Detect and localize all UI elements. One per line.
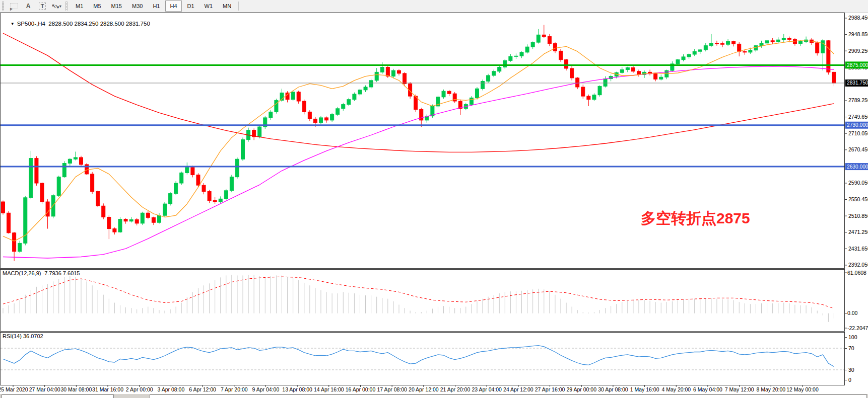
price-tick-label: 2789.250: [848, 97, 868, 103]
price-tick-label: 2590.050: [848, 180, 868, 186]
timeframe-button-M5[interactable]: M5: [89, 1, 105, 12]
price-tick-label: 2392.050: [848, 262, 868, 268]
chart-area[interactable]: 2988.4502948.8502909.2502868.4502789.250…: [0, 13, 868, 398]
date-tick-label: 30 Mar 08:00: [60, 386, 92, 392]
date-tick-label: 27 Mar 04:00: [29, 386, 60, 392]
price-tick-label: 2988.450: [848, 15, 868, 21]
macd-indicator-label: MACD(12,26,9) -7.7936 7.6015: [3, 270, 80, 276]
timeframe-button-M15[interactable]: M15: [107, 1, 126, 12]
chart-svg[interactable]: 2988.4502948.8502909.2502868.4502789.250…: [0, 13, 868, 398]
text-box-icon: T: [39, 3, 46, 10]
price-tick-label: 2710.050: [848, 130, 868, 136]
timeframe-button-M30[interactable]: M30: [127, 1, 147, 12]
resistance-line-2875-badge-label: 2875.000: [847, 62, 868, 68]
price-tick-label: 2909.250: [848, 48, 868, 54]
date-tick-label: 17 Apr 08:00: [377, 386, 407, 392]
rsi-tick-label: 100: [848, 334, 857, 340]
rsi-tick-label: 0: [848, 377, 851, 383]
timeframe-button-D1[interactable]: D1: [183, 1, 199, 12]
price-tick-label: 2749.650: [848, 114, 868, 120]
date-tick-label: 31 Mar 16:00: [92, 386, 123, 392]
timeframe-button-H4[interactable]: H4: [165, 1, 181, 12]
chart-annotation-text[interactable]: 多空转折点2875: [641, 210, 750, 226]
rsi-panel[interactable]: [1, 333, 845, 385]
price-tick-label: 2550.450: [848, 196, 868, 202]
support-line-2730-badge-label: 2730.000: [847, 122, 868, 128]
date-tick-label: 7 Apr 20:00: [221, 386, 248, 392]
macd-tick-label: 0.00: [847, 310, 858, 316]
top-toolbar: F A T ↖↘ ▾ M1M5M15M30H1H4D1W1MN: [0, 0, 868, 13]
date-tick-label: 6 Apr 12:00: [189, 386, 216, 392]
diagonal-arrows-icon: ↖↘: [51, 3, 57, 10]
status-strip: [0, 394, 868, 398]
timeframe-bar: M1M5M15M30H1H4D1W1MN: [71, 1, 236, 12]
date-tick-label: 2 Apr 00:00: [126, 386, 153, 392]
timeframe-button-M1[interactable]: M1: [71, 1, 88, 12]
date-tick-label: 8 May 20:00: [756, 386, 785, 392]
price-tick-label: 2670.450: [848, 146, 868, 152]
timeframe-button-MN[interactable]: MN: [218, 1, 236, 12]
dotted-grid-icon: F: [11, 3, 18, 9]
date-tick-label: 20 Apr 12:00: [409, 386, 439, 392]
chart-grid-button[interactable]: F: [8, 1, 20, 11]
grid-f-label: F: [10, 7, 13, 12]
toolbar-grip-icon[interactable]: [65, 2, 69, 11]
chevron-down-icon: ▾: [59, 4, 61, 9]
price-tick-label: 2471.250: [848, 229, 868, 235]
date-tick-label: 3 Apr 08:00: [158, 386, 185, 392]
rsi-indicator-label: RSI(14) 36.0702: [3, 333, 43, 339]
date-tick-label: 21 Apr 20:00: [440, 386, 471, 392]
text-label-tool-button[interactable]: T: [36, 1, 48, 11]
symbol-ohlc-label[interactable]: ▼SP500-,H4 2828.500 2834.250 2828.500 28…: [4, 15, 150, 33]
main-chart-panel[interactable]: [1, 13, 845, 269]
date-tick-label: 24 Apr 12:00: [503, 386, 533, 392]
date-tick-label: 14 Apr 16:00: [314, 386, 344, 392]
macd-panel[interactable]: [1, 270, 845, 332]
letter-a-icon: A: [26, 3, 31, 10]
support-line-2630-badge-label: 2630.000: [847, 164, 868, 170]
arrow-tools-button[interactable]: ↖↘ ▾: [50, 1, 62, 11]
date-tick-label: 23 Apr 04:00: [472, 386, 502, 392]
price-tick-label: 2948.850: [848, 31, 868, 37]
symbol-ohlc-values: 2828.500 2834.250 2828.500 2831.750: [48, 21, 150, 27]
rsi-tick-label: 70: [848, 345, 854, 351]
current-price-line-badge-label: 2831.750: [847, 80, 868, 86]
date-tick-label: 6 May 04:00: [693, 386, 722, 392]
date-tick-label: 29 Apr 00:00: [566, 386, 596, 392]
rsi-tick-label: 30: [848, 367, 854, 373]
macd-tick-label: 61.0608: [847, 270, 866, 276]
date-tick-label: 13 Apr 08:00: [282, 386, 312, 392]
status-panel-right: [150, 394, 867, 398]
date-tick-label: 27 Apr 16:00: [535, 386, 565, 392]
symbol-dropdown-icon[interactable]: ▼: [11, 22, 15, 26]
font-tool-button[interactable]: A: [22, 1, 34, 11]
status-panel-left: [2, 394, 114, 398]
date-tick-label: 4 May 20:00: [661, 386, 691, 392]
date-tick-label: 25 Mar 2020: [0, 386, 28, 392]
toolbar-grip-icon[interactable]: [2, 2, 5, 11]
timeframe-button-W1[interactable]: W1: [200, 1, 218, 12]
date-tick-label: 9 Apr 04:00: [252, 386, 280, 392]
macd-tick-label: -22.2047: [847, 325, 868, 331]
date-tick-label: 16 Apr 00:00: [346, 386, 376, 392]
date-tick-label: 1 May 16:00: [630, 386, 659, 392]
symbol-name: SP500-,H4: [17, 21, 45, 27]
date-tick-label: 12 May 00:00: [786, 386, 819, 392]
toolbar-separator: [238, 2, 239, 11]
date-tick-label: 30 Apr 08:00: [598, 386, 628, 392]
date-tick-label: 7 May 12:00: [725, 386, 754, 392]
price-tick-label: 2510.850: [848, 213, 868, 219]
timeframe-button-H1[interactable]: H1: [148, 1, 164, 12]
price-tick-label: 2431.650: [848, 246, 868, 252]
